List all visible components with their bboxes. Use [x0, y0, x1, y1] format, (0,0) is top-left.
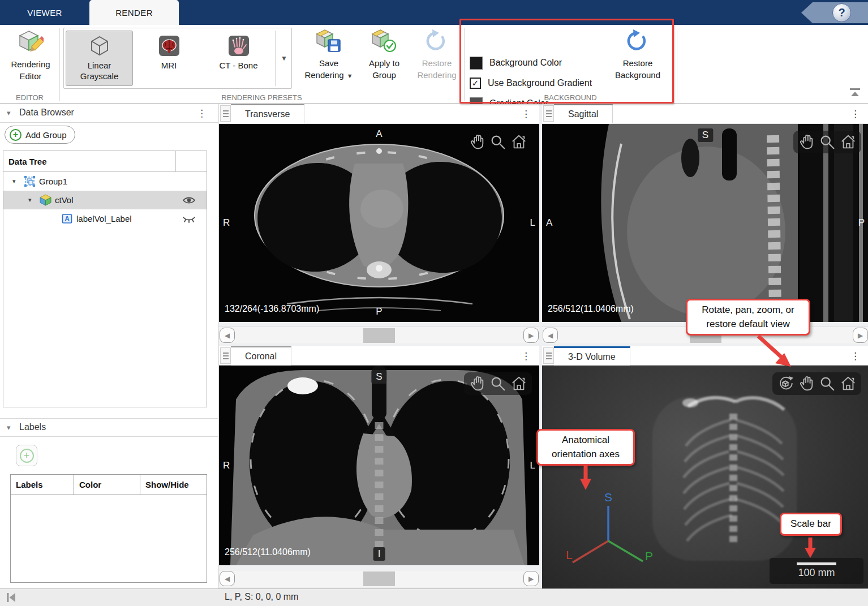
home-icon[interactable]	[840, 134, 857, 151]
tab-coronal[interactable]: Coronal	[231, 346, 291, 366]
sagittal-menu-icon[interactable]: ⋮	[850, 108, 860, 120]
callout-scale-tip: Scale bar	[780, 513, 842, 536]
preset-mri[interactable]: MRI	[135, 31, 203, 86]
scroll-left-button[interactable]: ◀	[220, 328, 235, 343]
volume3d-menu-icon[interactable]: ⋮	[850, 350, 860, 362]
add-label-button[interactable]: +	[16, 445, 37, 466]
transverse-ct-image	[219, 124, 539, 322]
tree-node-label: labelVol_Label	[76, 214, 132, 224]
app-window: VIEWER RENDER ? Ren	[0, 0, 868, 606]
data-browser-menu-icon[interactable]: ⋮	[197, 108, 207, 119]
add-group-label: Add Group	[25, 130, 67, 140]
background-color-swatch[interactable]	[470, 57, 483, 70]
add-group-button[interactable]: + Add Group	[5, 126, 75, 144]
gallery-expand-caret-icon[interactable]: ▼	[281, 54, 287, 62]
restore-background-button[interactable]: Restore Background	[608, 28, 667, 81]
home-icon[interactable]	[510, 134, 527, 151]
axis-p-label: P	[645, 549, 653, 562]
tree-node-label: ctVol	[55, 195, 74, 205]
tab-transverse[interactable]: Transverse	[231, 104, 304, 123]
group-icon	[24, 175, 36, 187]
orientation-label-right: R	[223, 217, 230, 229]
pan-icon[interactable]	[469, 134, 485, 151]
scroll-thumb[interactable]	[363, 328, 395, 343]
transverse-viewport[interactable]: A R L P 132/264(-136.8703mm)	[219, 124, 539, 322]
tab-viewer[interactable]: VIEWER	[0, 0, 89, 25]
save-rendering-button[interactable]: Save Rendering▼	[301, 28, 356, 81]
scroll-left-button[interactable]: ◀	[543, 328, 558, 343]
background-color-label: Background Color	[489, 58, 562, 68]
visibility-eye-open-icon[interactable]	[182, 196, 196, 207]
orientation-label-left: L	[530, 217, 535, 229]
transverse-slice-scrollbar[interactable]: ◀ ▶	[219, 326, 539, 343]
save-rendering-label: Save Rendering▼	[304, 58, 354, 81]
axis-l-label: L	[566, 548, 573, 561]
rendering-editor-button[interactable]: Rendering Editor	[5, 28, 57, 82]
panel-grip-icon[interactable]	[543, 105, 554, 122]
visibility-eye-closed-icon[interactable]	[182, 214, 196, 225]
preset-linear-grayscale[interactable]: Linear Grayscale	[66, 31, 133, 86]
restore-rendering-button[interactable]: Restore Rendering	[411, 28, 463, 81]
minimize-toolstrip-button[interactable]	[850, 88, 861, 97]
coronal-menu-icon[interactable]: ⋮	[521, 350, 531, 362]
panel-grip-icon[interactable]	[543, 347, 554, 364]
showhide-col-header: Show/Hide	[140, 475, 207, 495]
scroll-left-button[interactable]: ◀	[220, 571, 235, 586]
pan-icon[interactable]	[798, 134, 815, 151]
toolstrip: Rendering Editor EDITOR Linear Grayscale	[0, 25, 868, 104]
coronal-panel: Coronal ⋮ S	[219, 346, 539, 588]
tree-node-label: Group1	[39, 177, 67, 186]
expand-caret-icon[interactable]: ▾	[12, 178, 20, 185]
callout-axes-tip: Anatomical orientation axes	[536, 429, 635, 466]
tree-row-labelvol[interactable]: A labelVol_Label	[3, 209, 207, 228]
collapse-caret-icon[interactable]: ▾	[7, 109, 11, 117]
save-dropdown-caret-icon: ▼	[347, 72, 353, 79]
zoom-icon[interactable]	[819, 375, 836, 392]
coronal-slice-scrollbar[interactable]: ◀ ▶	[219, 570, 539, 587]
tab-render[interactable]: RENDER	[89, 0, 179, 25]
panel-grip-icon[interactable]	[220, 347, 231, 364]
zoom-icon[interactable]	[489, 134, 506, 151]
tree-row-ctvol[interactable]: ▾ ctVol	[3, 191, 207, 209]
tab-3d-volume[interactable]: 3-D Volume	[554, 346, 630, 366]
tree-row-group1[interactable]: ▾ Group1	[3, 172, 207, 191]
apply-to-group-button[interactable]: Apply to Group	[360, 28, 409, 81]
apply-to-group-icon	[371, 28, 397, 55]
expand-caret-icon[interactable]: ▾	[28, 196, 36, 204]
coronal-ct-image	[219, 366, 539, 565]
axis-s-label: S	[604, 491, 612, 504]
scroll-right-button[interactable]: ▶	[523, 328, 539, 343]
zoom-icon[interactable]	[489, 375, 506, 392]
background-color-row: Background Color	[470, 55, 562, 70]
collapse-caret-icon[interactable]: ▾	[7, 423, 11, 432]
pan-icon[interactable]	[798, 375, 815, 392]
help-button[interactable]: ?	[832, 3, 851, 22]
section-label-editor: EDITOR	[0, 93, 59, 102]
tab-sagittal[interactable]: Sagittal	[554, 104, 613, 123]
scroll-right-button[interactable]: ▶	[523, 571, 539, 586]
checkmark-icon: ✓	[472, 78, 479, 88]
preset-ct-bone[interactable]: CT - Bone	[205, 31, 272, 86]
scroll-thumb[interactable]	[363, 571, 395, 586]
cube-wireframe-icon	[88, 35, 111, 59]
brain-icon	[158, 35, 181, 59]
use-background-gradient-checkbox[interactable]: ✓	[470, 78, 481, 89]
preset-label: Linear Grayscale	[74, 61, 125, 82]
sagittal-ct-image	[542, 124, 868, 322]
panel-grip-icon[interactable]	[220, 105, 231, 122]
transverse-menu-icon[interactable]: ⋮	[521, 108, 531, 120]
volume3d-viewport[interactable]: S L P 100 mm	[542, 366, 868, 588]
rotate-3d-icon[interactable]	[777, 375, 794, 392]
scroll-right-button[interactable]: ▶	[853, 328, 868, 343]
orientation-label-superior: S	[698, 128, 713, 142]
sagittal-viewport[interactable]: S A P 256/512(11.0406mm)	[542, 124, 868, 322]
coronal-viewport[interactable]: S R L I 256/512(11.0406mm)	[219, 366, 539, 565]
home-icon[interactable]	[840, 375, 857, 392]
zoom-icon[interactable]	[819, 134, 836, 151]
home-icon[interactable]	[510, 375, 527, 392]
pan-icon[interactable]	[469, 375, 485, 392]
preset-label: CT - Bone	[213, 61, 264, 71]
collapse-sidebar-icon[interactable]	[5, 591, 17, 606]
orientation-label-right: R	[223, 460, 230, 471]
callout-rotate-tip: Rotate, pan, zoom, or restore default vi…	[686, 299, 810, 336]
